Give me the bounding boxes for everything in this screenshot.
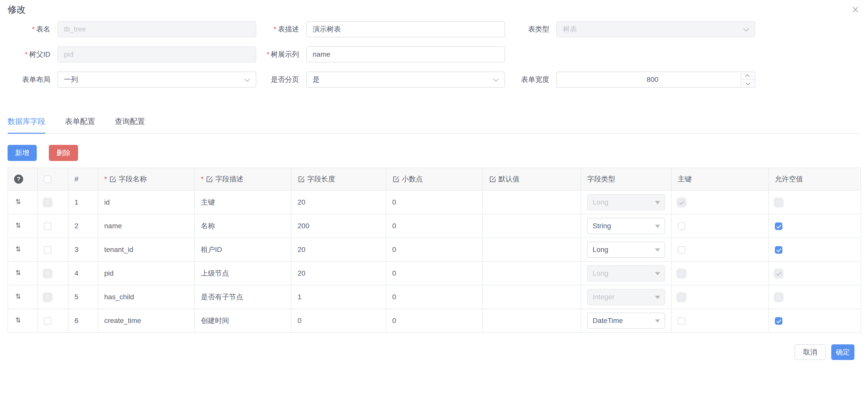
table-type-select[interactable]: 树表 <box>556 21 755 37</box>
cell-field-length[interactable]: 20 <box>291 261 386 285</box>
drag-handle-icon[interactable] <box>14 316 22 324</box>
cancel-button[interactable]: 取消 <box>795 344 826 360</box>
col-allow-null: 允许空值 <box>769 168 861 191</box>
form-item-form-layout: *表单布局 一列 <box>7 72 256 88</box>
col-row-number: # <box>68 168 98 191</box>
field-type-select[interactable]: Long <box>587 265 665 281</box>
allow-null-checkbox[interactable] <box>775 317 782 325</box>
caret-down-icon <box>655 296 660 299</box>
cell-decimal-point[interactable]: 0 <box>386 261 483 285</box>
primary-key-checkbox[interactable] <box>678 270 685 277</box>
drag-handle-icon[interactable] <box>14 197 22 205</box>
chevron-up-icon <box>745 74 749 78</box>
cell-default-value[interactable] <box>483 214 581 238</box>
caret-down-icon <box>655 319 660 323</box>
cell-default-value[interactable] <box>483 191 581 214</box>
cell-default-value[interactable] <box>483 261 581 285</box>
col-primary-key: 主键 <box>672 168 769 191</box>
table-name-input[interactable]: tb_tree <box>57 21 256 37</box>
allow-null-checkbox[interactable] <box>775 270 782 277</box>
cell-field-name[interactable]: pid <box>98 261 195 285</box>
pagination-select[interactable]: 是 <box>306 72 505 88</box>
tab-database-fields[interactable]: 数据库字段 <box>7 111 45 133</box>
form-layout-select[interactable]: 一列 <box>57 72 256 88</box>
cell-field-desc[interactable]: 主键 <box>195 191 291 214</box>
cell-field-desc[interactable]: 是否有子节点 <box>195 285 291 309</box>
cell-decimal-point[interactable]: 0 <box>386 191 483 214</box>
row-select-checkbox[interactable] <box>44 293 51 301</box>
cell-field-name[interactable]: create_time <box>98 309 195 333</box>
primary-key-checkbox[interactable] <box>678 293 685 301</box>
row-number: 2 <box>68 214 98 238</box>
allow-null-checkbox[interactable] <box>775 246 782 254</box>
field-type-select[interactable]: Integer <box>587 289 665 305</box>
row-select-checkbox[interactable] <box>44 199 51 206</box>
table-desc-input[interactable]: 演示树表 <box>306 21 505 37</box>
step-up-button[interactable] <box>741 73 754 79</box>
table-config-form: *表名 tb_tree *表描述 演示树表 *表类型 树表 *树父ID pid … <box>7 21 861 88</box>
cell-default-value[interactable] <box>483 309 581 333</box>
tab-query-config[interactable]: 查询配置 <box>115 111 145 133</box>
cell-field-desc[interactable]: 名称 <box>195 214 291 238</box>
drag-handle-icon[interactable] <box>14 269 22 277</box>
dialog-footer: 取消 确定 <box>7 344 861 360</box>
row-select-checkbox[interactable] <box>44 246 51 254</box>
close-icon[interactable] <box>850 4 861 15</box>
confirm-button[interactable]: 确定 <box>831 344 855 360</box>
cell-decimal-point[interactable]: 0 <box>386 214 483 238</box>
drag-handle-icon[interactable] <box>14 221 22 229</box>
field-type-select[interactable]: String <box>587 218 665 234</box>
cell-field-name[interactable]: has_child <box>98 285 195 309</box>
row-select-checkbox[interactable] <box>44 222 51 230</box>
required-marker: * <box>267 50 269 58</box>
cell-field-length[interactable]: 20 <box>291 238 386 261</box>
cell-field-name[interactable]: id <box>98 191 195 214</box>
cell-decimal-point[interactable]: 0 <box>386 285 483 309</box>
edit-icon <box>392 175 400 183</box>
cell-field-name[interactable]: name <box>98 214 195 238</box>
cell-field-length[interactable]: 20 <box>291 191 386 214</box>
tree-display-input[interactable]: name <box>306 46 505 62</box>
add-button[interactable]: 新增 <box>7 145 37 161</box>
cell-decimal-point[interactable]: 0 <box>386 238 483 261</box>
cell-default-value[interactable] <box>483 285 581 309</box>
drag-handle-icon[interactable] <box>14 292 22 300</box>
help-icon[interactable]: ? <box>14 175 23 184</box>
form-width-stepper[interactable]: 800 <box>556 72 755 88</box>
allow-null-checkbox[interactable] <box>775 199 782 206</box>
cell-field-name[interactable]: tenant_id <box>98 238 195 261</box>
cell-field-desc[interactable]: 租户ID <box>195 238 291 261</box>
edit-icon <box>298 175 305 183</box>
col-field-name: 字段名称 <box>119 174 147 184</box>
table-row: 2 name 名称 200 0 String <box>8 214 861 238</box>
primary-key-checkbox[interactable] <box>678 246 685 254</box>
cell-field-length[interactable]: 0 <box>291 309 386 333</box>
table-type-label: 表类型 <box>528 25 549 33</box>
allow-null-checkbox[interactable] <box>775 293 782 301</box>
row-select-checkbox[interactable] <box>44 317 51 325</box>
cell-default-value[interactable] <box>483 238 581 261</box>
step-down-button[interactable] <box>741 79 754 87</box>
form-item-table-type: *表类型 树表 <box>505 21 755 37</box>
cell-field-desc[interactable]: 上级节点 <box>195 261 291 285</box>
primary-key-checkbox[interactable] <box>678 222 685 230</box>
field-type-select[interactable]: Long <box>587 242 665 258</box>
primary-key-checkbox[interactable] <box>678 317 685 325</box>
cell-decimal-point[interactable]: 0 <box>386 309 483 333</box>
primary-key-checkbox[interactable] <box>678 199 685 206</box>
tab-form-config[interactable]: 表单配置 <box>65 111 95 133</box>
row-number: 1 <box>68 191 98 214</box>
tree-parent-input[interactable]: pid <box>57 46 256 62</box>
drag-handle-icon[interactable] <box>14 245 22 253</box>
field-type-select[interactable]: DateTime <box>587 313 665 329</box>
row-select-checkbox[interactable] <box>44 270 51 277</box>
delete-button[interactable]: 删除 <box>49 145 78 161</box>
select-all-checkbox[interactable] <box>44 176 51 183</box>
cell-field-desc[interactable]: 创建时间 <box>195 309 291 333</box>
chevron-down-icon <box>746 81 750 85</box>
cell-field-length[interactable]: 1 <box>291 285 386 309</box>
grid-header-row: ? # *字段名称 *字段描述 字段长度 小数点 默认值 字段类型 主键 允许空… <box>8 168 861 191</box>
field-type-select[interactable]: Long <box>587 194 665 210</box>
allow-null-checkbox[interactable] <box>775 222 782 230</box>
cell-field-length[interactable]: 200 <box>291 214 386 238</box>
